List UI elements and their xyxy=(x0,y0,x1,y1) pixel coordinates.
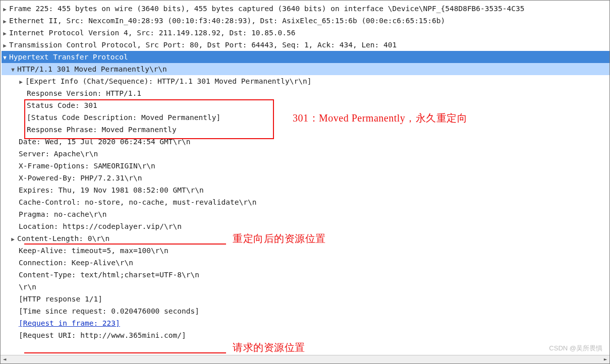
xframe-row[interactable]: .. X-Frame-Options: SAMEORIGIN\r\n xyxy=(2,160,609,172)
chevron-right-icon[interactable]: ▶ xyxy=(2,16,8,28)
pragma-row[interactable]: .. Pragma: no-cache\r\n xyxy=(2,208,609,220)
xpow-text: X-Powered-By: PHP/7.2.31\r\n xyxy=(18,172,143,184)
xframe-text: X-Frame-Options: SAMEORIGIN\r\n xyxy=(18,160,156,172)
status-code-row[interactable]: ... Status Code: 301 xyxy=(2,99,609,111)
ctype-text: Content-Type: text/html;charset=UTF-8\r\… xyxy=(18,269,200,281)
eth-text: Ethernet II, Src: NexcomIn_40:28:93 (00:… xyxy=(8,15,446,27)
expires-text: Expires: Thu, 19 Nov 1981 08:52:00 GMT\r… xyxy=(18,184,205,196)
chevron-right-icon[interactable]: ▶ xyxy=(2,40,8,52)
pragma-text: Pragma: no-cache\r\n xyxy=(18,208,108,220)
timesince-text: [Time since request: 0.020476000 seconds… xyxy=(18,305,200,317)
frame-text: Frame 225: 455 bytes on wire (3640 bits)… xyxy=(8,3,525,15)
requri-text: [Request URI: http://www.365mini.com/] xyxy=(18,329,187,341)
expires-row[interactable]: .. Expires: Thu, 19 Nov 1981 08:52:00 GM… xyxy=(2,184,609,196)
requri-row[interactable]: .. [Request URI: http://www.365mini.com/… xyxy=(2,329,609,341)
ip-row[interactable]: ▶ Internet Protocol Version 4, Src: 211.… xyxy=(2,27,609,39)
chevron-right-icon[interactable]: ▶ xyxy=(2,4,8,16)
http-row[interactable]: ▼ Hypertext Transfer Protocol xyxy=(2,51,609,63)
response-version-row[interactable]: ... Response Version: HTTP/1.1 xyxy=(2,87,609,99)
crlf-row[interactable]: .. \r\n xyxy=(2,281,609,293)
httpresp-text: [HTTP response 1/1] xyxy=(18,293,103,305)
http-status-line-row[interactable]: . ▼ HTTP/1.1 301 Moved Permanently\r\n xyxy=(2,63,609,75)
keepalive-text: Keep-Alive: timeout=5, max=100\r\n xyxy=(18,245,170,257)
statusdesc-text: [Status Code Description: Moved Permanen… xyxy=(26,111,221,124)
packet-details-tree[interactable]: ▶ Frame 225: 455 bytes on wire (3640 bit… xyxy=(1,1,609,354)
expert-text: [Expert Info (Chat/Sequence): HTTP/1.1 3… xyxy=(24,75,312,87)
tcp-row[interactable]: ▶ Transmission Control Protocol, Src Por… xyxy=(2,39,609,51)
date-row[interactable]: .. Date: Wed, 15 Jul 2020 06:24:54 GMT\r… xyxy=(2,136,609,148)
connection-row[interactable]: .. Connection: Keep-Alive\r\n xyxy=(2,257,609,269)
date-text: Date: Wed, 15 Jul 2020 06:24:54 GMT\r\n xyxy=(18,136,191,148)
ip-text: Internet Protocol Version 4, Src: 211.14… xyxy=(8,27,296,39)
ctype-row[interactable]: .. Content-Type: text/html;charset=UTF-8… xyxy=(2,269,609,281)
tcp-text: Transmission Control Protocol, Src Port:… xyxy=(8,39,398,51)
reqinframe-link[interactable]: [Request in frame: 223] xyxy=(18,317,121,329)
chevron-down-icon[interactable]: ▼ xyxy=(10,64,16,76)
server-text: Server: Apache\r\n xyxy=(18,148,99,160)
frame-row[interactable]: ▶ Frame 225: 455 bytes on wire (3640 bit… xyxy=(2,3,609,15)
timesince-row[interactable]: .. [Time since request: 0.020476000 seco… xyxy=(2,305,609,317)
location-row[interactable]: .. Location: https://codeplayer.vip/\r\n xyxy=(2,220,609,232)
location-text: Location: https://codeplayer.vip/\r\n xyxy=(18,220,183,232)
chevron-right-icon[interactable]: ▶ xyxy=(10,233,16,246)
keepalive-row[interactable]: .. Keep-Alive: timeout=5, max=100\r\n xyxy=(2,245,609,257)
cachectl-text: Cache-Control: no-store, no-cache, must-… xyxy=(18,196,257,208)
server-row[interactable]: .. Server: Apache\r\n xyxy=(2,148,609,160)
reqinframe-row[interactable]: .. [Request in frame: 223] xyxy=(2,317,609,329)
scroll-right-button[interactable]: ► xyxy=(601,356,609,363)
respver-text: Response Version: HTTP/1.1 xyxy=(26,87,142,99)
chevron-right-icon[interactable]: ▶ xyxy=(2,28,8,40)
contentlen-text: Content-Length: 0\r\n xyxy=(16,232,110,245)
crlf-text: \r\n xyxy=(18,281,37,293)
xpow-row[interactable]: .. X-Powered-By: PHP/7.2.31\r\n xyxy=(2,172,609,184)
status-code-desc-row[interactable]: ... [Status Code Description: Moved Perm… xyxy=(2,111,609,124)
http-text: Hypertext Transfer Protocol xyxy=(8,51,129,63)
chevron-down-icon[interactable]: ▼ xyxy=(2,52,8,64)
statuscode-text: Status Code: 301 xyxy=(26,99,98,111)
horizontal-scrollbar[interactable]: ◄ ► xyxy=(1,355,609,363)
contentlen-row[interactable]: . ▶ Content-Length: 0\r\n xyxy=(2,232,609,245)
chevron-right-icon[interactable]: ▶ xyxy=(18,76,24,88)
ethernet-row[interactable]: ▶ Ethernet II, Src: NexcomIn_40:28:93 (0… xyxy=(2,15,609,27)
cachectl-row[interactable]: .. Cache-Control: no-store, no-cache, mu… xyxy=(2,196,609,208)
httpresp-row[interactable]: .. [HTTP response 1/1] xyxy=(2,293,609,305)
response-phrase-row[interactable]: ... Response Phrase: Moved Permanently xyxy=(2,124,609,136)
status-line-text: HTTP/1.1 301 Moved Permanently\r\n xyxy=(16,63,168,75)
expert-info-row[interactable]: .. ▶ [Expert Info (Chat/Sequence): HTTP/… xyxy=(2,75,609,87)
connection-text: Connection: Keep-Alive\r\n xyxy=(18,257,134,269)
scroll-left-button[interactable]: ◄ xyxy=(1,356,9,363)
respphrase-text: Response Phrase: Moved Permanently xyxy=(26,124,178,136)
